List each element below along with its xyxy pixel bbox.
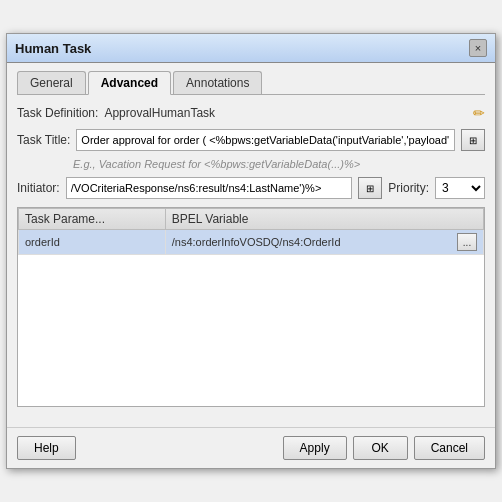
initiator-label: Initiator:: [17, 181, 60, 195]
tab-advanced[interactable]: Advanced: [88, 71, 171, 95]
task-title-hint: E.g., Vacation Request for <%bpws:getVar…: [73, 158, 360, 170]
initiator-input[interactable]: [66, 177, 353, 199]
title-bar: Human Task ×: [7, 34, 495, 63]
task-title-hint-row: E.g., Vacation Request for <%bpws:getVar…: [17, 157, 485, 171]
task-title-browse-button[interactable]: ⊞: [461, 129, 485, 151]
dialog-body: General Advanced Annotations Task Defini…: [7, 63, 495, 427]
tab-general[interactable]: General: [17, 71, 86, 94]
close-button[interactable]: ×: [469, 39, 487, 57]
task-title-input[interactable]: [76, 129, 455, 151]
table-cell-param: orderId: [19, 230, 166, 255]
help-button[interactable]: Help: [17, 436, 76, 460]
grid-icon: ⊞: [469, 135, 477, 146]
priority-label: Priority:: [388, 181, 429, 195]
bpel-cell-content: /ns4:orderInfoVOSDQ/ns4:OrderId ...: [172, 233, 477, 251]
cancel-button[interactable]: Cancel: [414, 436, 485, 460]
apply-button[interactable]: Apply: [283, 436, 347, 460]
task-definition-row: Task Definition: ApprovalHumanTask ✏: [17, 105, 485, 121]
tab-annotations[interactable]: Annotations: [173, 71, 262, 94]
edit-icon[interactable]: ✏: [473, 105, 485, 121]
initiator-browse-button[interactable]: ⊞: [358, 177, 382, 199]
bpel-ellipsis-button[interactable]: ...: [457, 233, 477, 251]
tab-bar: General Advanced Annotations: [17, 71, 485, 95]
table-cell-bpel: /ns4:orderInfoVOSDQ/ns4:OrderId ...: [165, 230, 483, 255]
bottom-bar: Help Apply OK Cancel: [7, 427, 495, 468]
table-header-row: Task Parame... BPEL Variable: [19, 209, 484, 230]
dialog-title: Human Task: [15, 41, 91, 56]
task-parameters-table-container: Task Parame... BPEL Variable orderId /ns…: [17, 207, 485, 407]
ok-button[interactable]: OK: [353, 436, 408, 460]
task-parameters-table: Task Parame... BPEL Variable orderId /ns…: [18, 208, 484, 255]
task-title-row: Task Title: ⊞: [17, 129, 485, 151]
task-definition-text: Task Definition: ApprovalHumanTask: [17, 106, 215, 120]
task-definition-label: Task Definition:: [17, 106, 98, 120]
column-header-bpel: BPEL Variable: [165, 209, 483, 230]
initiator-priority-row: Initiator: ⊞ Priority: 3 1 2 4 5: [17, 177, 485, 199]
human-task-dialog: Human Task × General Advanced Annotation…: [6, 33, 496, 469]
task-definition-value: ApprovalHumanTask: [104, 106, 215, 120]
table-row[interactable]: orderId /ns4:orderInfoVOSDQ/ns4:OrderId …: [19, 230, 484, 255]
priority-select[interactable]: 3 1 2 4 5: [435, 177, 485, 199]
task-title-label: Task Title:: [17, 133, 70, 147]
bpel-value: /ns4:orderInfoVOSDQ/ns4:OrderId: [172, 236, 341, 248]
grid-icon-2: ⊞: [366, 183, 374, 194]
column-header-param: Task Parame...: [19, 209, 166, 230]
right-buttons: Apply OK Cancel: [283, 436, 485, 460]
